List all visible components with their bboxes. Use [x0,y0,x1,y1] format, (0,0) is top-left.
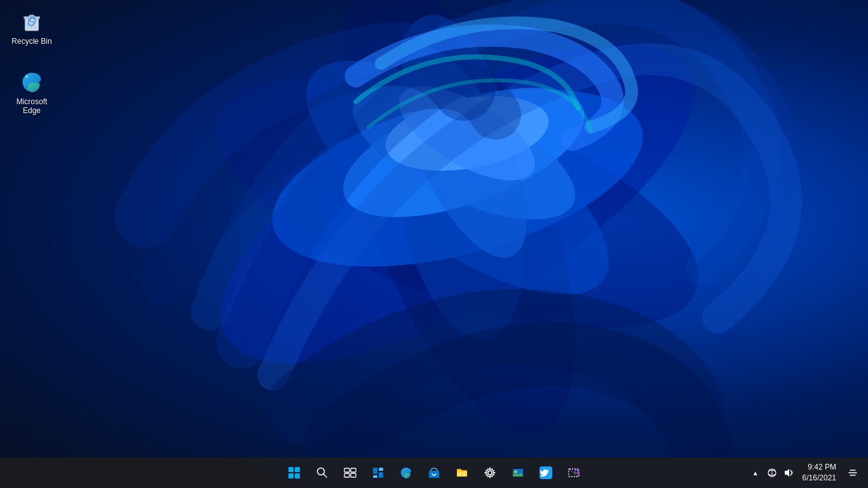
start-button[interactable] [281,460,307,485]
recycle-bin-label: Recycle Bin [11,37,51,46]
svg-rect-23 [344,468,349,472]
volume-icon[interactable] [781,465,796,480]
task-view-button[interactable] [337,460,363,485]
twitter-button[interactable] [533,460,559,485]
store-button[interactable] [421,460,447,485]
widgets-button[interactable] [365,460,391,485]
taskbar-right: ▲ 9:42 PM [748,460,863,485]
svg-rect-17 [288,467,294,472]
show-hidden-icons-button[interactable]: ▲ [748,465,763,480]
taskbar: ▲ 9:42 PM [0,458,868,488]
edge-taskbar-button[interactable] [393,460,419,485]
svg-rect-26 [351,473,356,477]
network-icon[interactable] [764,465,780,480]
search-button[interactable] [309,460,335,485]
svg-rect-31 [429,471,439,478]
svg-rect-24 [351,468,356,472]
clock-area[interactable]: 9:42 PM 6/16/2021 [797,461,841,485]
svg-rect-20 [295,473,300,478]
notification-center-button[interactable] [843,460,863,485]
recycle-bin-icon[interactable]: Recycle Bin [6,6,57,48]
svg-point-32 [488,471,492,475]
desktop: Recycle Bin [0,0,868,488]
taskbar-center [281,460,587,485]
file-explorer-button[interactable] [449,460,475,485]
svg-rect-27 [373,468,377,474]
svg-rect-25 [344,473,349,477]
date-display: 6/16/2021 [803,473,836,484]
wallpaper-bloom [114,0,813,488]
recycle-bin-image [19,9,44,34]
svg-rect-30 [379,472,383,478]
svg-rect-29 [373,475,377,478]
svg-rect-13 [29,15,35,17]
time-display: 9:42 PM [808,462,836,473]
edge-desktop-icon[interactable]: Microsoft Edge [6,67,57,118]
svg-rect-18 [295,467,300,472]
edge-image [19,69,44,95]
photos-button[interactable] [505,460,531,485]
edge-label: Microsoft Edge [9,97,55,116]
svg-rect-19 [288,473,294,478]
svg-rect-28 [379,468,383,471]
snip-button[interactable] [561,460,587,485]
svg-line-22 [323,474,327,477]
settings-button[interactable] [477,460,503,485]
